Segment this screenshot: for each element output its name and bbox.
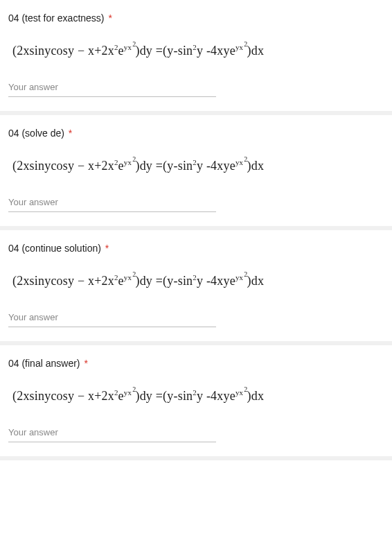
answer-row <box>8 424 384 442</box>
question-card-continue-solution: 04 (continue solution) * (2xsinycosy − x… <box>0 230 392 345</box>
question-title: 04 (solve de) * <box>8 128 384 139</box>
question-title-text: 04 (solve de) <box>8 128 64 139</box>
answer-input[interactable] <box>8 194 216 212</box>
required-marker: * <box>105 243 109 254</box>
question-title: 04 (continue solution) * <box>8 243 384 254</box>
answer-row <box>8 309 384 327</box>
required-marker: * <box>108 12 112 24</box>
required-marker: * <box>69 128 72 139</box>
answer-row <box>8 194 384 212</box>
question-title: 04 (test for exactness) * <box>8 12 384 24</box>
question-title-text: 04 (final answer) <box>8 358 80 369</box>
equation-display: (2xsinycosy − x+2x2eyx2)dy =(y-sin2y -4x… <box>12 273 384 288</box>
answer-input[interactable] <box>8 79 216 97</box>
required-marker: * <box>84 358 87 369</box>
answer-input[interactable] <box>8 424 216 442</box>
answer-row <box>8 79 384 97</box>
question-title-text: 04 (test for exactness) <box>8 12 105 24</box>
question-title: 04 (final answer) * <box>8 358 384 369</box>
question-card-test-exactness: 04 (test for exactness) * (2xsinycosy − … <box>0 0 392 115</box>
question-card-solve-de: 04 (solve de) * (2xsinycosy − x+2x2eyx2)… <box>0 115 392 230</box>
question-card-final-answer: 04 (final answer) * (2xsinycosy − x+2x2e… <box>0 345 392 460</box>
question-title-text: 04 (continue solution) <box>8 243 101 254</box>
equation-display: (2xsinycosy − x+2x2eyx2)dy =(y-sin2y -4x… <box>12 388 384 404</box>
answer-input[interactable] <box>8 309 216 327</box>
equation-display: (2xsinycosy − x+2x2eyx2)dy =(y-sin2y -4x… <box>12 43 384 58</box>
equation-display: (2xsinycosy − x+2x2eyx2)dy =(y-sin2y -4x… <box>12 158 384 173</box>
